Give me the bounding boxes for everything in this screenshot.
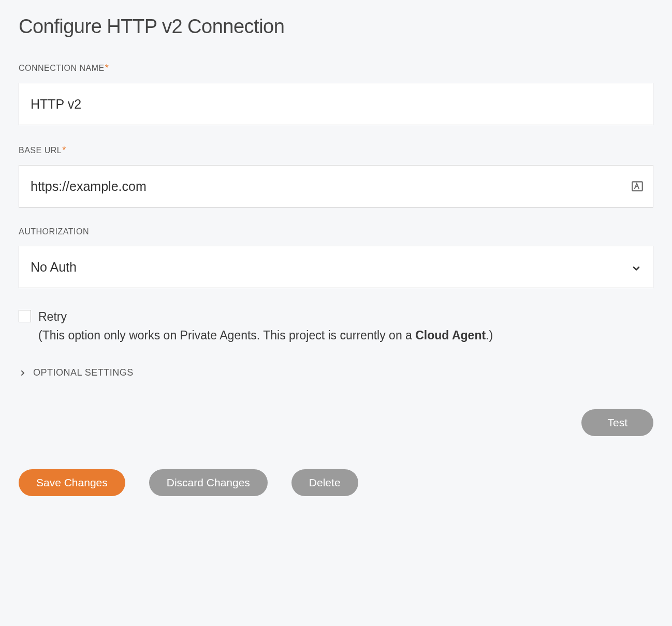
test-button-row: Test bbox=[19, 409, 653, 436]
connection-name-label-text: CONNECTION NAME bbox=[19, 64, 105, 72]
retry-hint-prefix: (This option only works on Private Agent… bbox=[38, 329, 415, 342]
test-button[interactable]: Test bbox=[581, 409, 653, 436]
base-url-label-text: BASE URL bbox=[19, 146, 62, 155]
chevron-down-icon bbox=[631, 262, 641, 272]
page-title: Configure HTTP v2 Connection bbox=[19, 16, 653, 38]
chevron-right-icon bbox=[19, 369, 27, 377]
base-url-field-group: BASE URL* bbox=[19, 145, 653, 207]
base-url-input-wrapper bbox=[19, 165, 653, 207]
optional-settings-label: OPTIONAL SETTINGS bbox=[33, 367, 134, 378]
authorization-field-group: AUTHORIZATION No Auth bbox=[19, 227, 653, 288]
discard-button[interactable]: Discard Changes bbox=[149, 469, 268, 496]
connection-name-label: CONNECTION NAME* bbox=[19, 63, 653, 73]
authorization-selected-value: No Auth bbox=[31, 260, 77, 275]
authorization-label: AUTHORIZATION bbox=[19, 227, 653, 236]
retry-checkbox-row: Retry (This option only works on Private… bbox=[19, 308, 653, 345]
retry-text-block: Retry (This option only works on Private… bbox=[38, 308, 493, 345]
retry-hint-bold: Cloud Agent bbox=[415, 329, 486, 342]
optional-settings-expander[interactable]: OPTIONAL SETTINGS bbox=[19, 367, 653, 378]
authorization-label-text: AUTHORIZATION bbox=[19, 227, 89, 236]
required-star-icon: * bbox=[105, 63, 109, 73]
connection-name-input[interactable] bbox=[19, 83, 653, 125]
retry-hint: (This option only works on Private Agent… bbox=[38, 326, 493, 345]
save-button[interactable]: Save Changes bbox=[19, 469, 125, 496]
delete-button[interactable]: Delete bbox=[291, 469, 358, 496]
retry-hint-suffix: .) bbox=[486, 329, 493, 342]
connection-name-field-group: CONNECTION NAME* bbox=[19, 63, 653, 125]
base-url-label: BASE URL* bbox=[19, 145, 653, 156]
action-button-row: Save Changes Discard Changes Delete bbox=[19, 469, 653, 496]
retry-label: Retry bbox=[38, 310, 67, 323]
retry-checkbox[interactable] bbox=[19, 310, 31, 322]
svg-rect-0 bbox=[632, 182, 642, 190]
required-star-icon: * bbox=[62, 145, 66, 155]
authorization-select[interactable]: No Auth bbox=[19, 246, 653, 288]
base-url-input[interactable] bbox=[19, 165, 653, 207]
variable-icon[interactable] bbox=[631, 180, 644, 193]
